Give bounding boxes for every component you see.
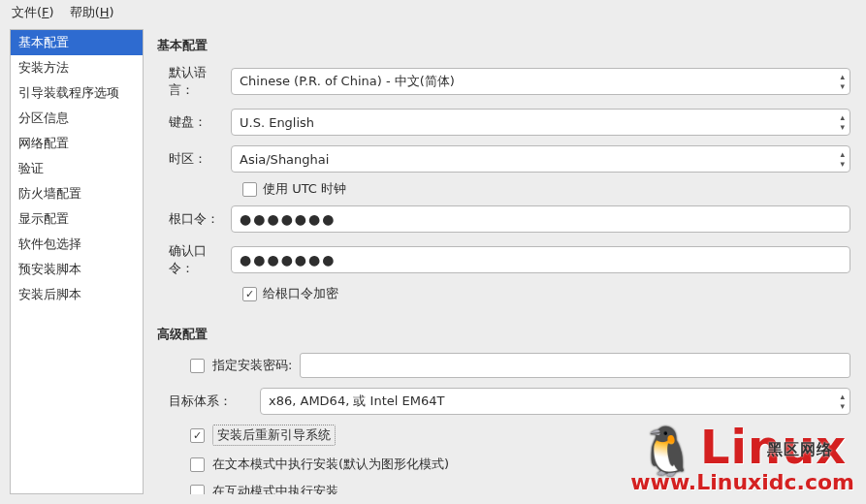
label-default-language: 默认语言： [157,64,231,99]
input-root-password[interactable]: ●●●●●●● [231,205,850,233]
checkbox-reboot-after-install[interactable] [190,428,205,443]
menu-help[interactable]: 帮助(H) [70,4,114,21]
checkbox-specify-install-password[interactable] [190,359,205,373]
menubar: 文件(F) 帮助(H) [0,0,866,29]
confirm-password-value: ●●●●●●● [240,252,337,268]
combo-default-language-value: Chinese (P.R. of China) - 中文(简体) [240,73,455,90]
sidebar-item[interactable]: 网络配置 [11,131,143,156]
label-encrypt-root-password: 给根口令加密 [263,285,338,302]
label-target-arch: 目标体系： [169,393,252,410]
label-utc: 使用 UTC 时钟 [263,180,346,198]
sidebar-item[interactable]: 安装后脚本 [11,282,143,307]
chevron-up-down-icon: ▴▾ [840,393,845,411]
combo-target-arch-value: x86, AMD64, 或 Intel EM64T [269,393,444,410]
sidebar: 基本配置安装方法引导装载程序选项分区信息网络配置验证防火墙配置显示配置软件包选择… [10,29,144,494]
label-specify-install-password: 指定安装密码: [212,357,292,374]
label-keyboard: 键盘： [157,113,231,131]
checkbox-encrypt-root-password[interactable] [242,287,257,301]
label-interactive-mode: 在互动模式中执行安装 [212,483,338,494]
label-text-mode: 在文本模式中执行安装(默认为图形化模式) [212,456,449,473]
label-confirm-password: 确认口令： [157,242,231,277]
sidebar-item[interactable]: 显示配置 [11,206,143,232]
sidebar-item[interactable]: 基本配置 [11,30,143,55]
combo-timezone[interactable]: Asia/Shanghai [231,145,850,173]
chevron-up-down-icon: ▴▾ [840,150,845,169]
sidebar-item[interactable]: 验证 [11,156,143,181]
root-password-value: ●●●●●●● [240,211,337,227]
combo-keyboard-value: U.S. English [240,115,314,130]
sidebar-item[interactable]: 安装方法 [11,55,143,80]
checkbox-interactive-mode[interactable] [190,485,205,495]
combo-target-arch[interactable]: x86, AMD64, 或 Intel EM64T [260,388,850,415]
label-timezone: 时区： [157,150,231,168]
menu-file[interactable]: 文件(F) [12,4,54,21]
chevron-up-down-icon: ▴▾ [840,113,845,132]
checkbox-text-mode[interactable] [190,457,205,472]
sidebar-item[interactable]: 防火墙配置 [11,181,143,206]
checkbox-utc[interactable] [242,182,257,197]
combo-keyboard[interactable]: U.S. English [231,109,850,136]
sidebar-item[interactable]: 引导装载程序选项 [11,80,143,106]
sidebar-item[interactable]: 软件包选择 [11,232,143,257]
main-panel: 基本配置 默认语言： Chinese (P.R. of China) - 中文(… [153,29,856,494]
chevron-up-down-icon: ▴▾ [840,73,845,91]
combo-default-language[interactable]: Chinese (P.R. of China) - 中文(简体) [231,68,850,95]
combo-timezone-value: Asia/Shanghai [240,152,329,167]
input-confirm-password[interactable]: ●●●●●●● [231,246,850,273]
label-reboot-after-install: 安装后重新引导系统 [212,425,336,446]
section-title-advanced: 高级配置 [157,326,850,343]
sidebar-item[interactable]: 分区信息 [11,106,143,131]
input-install-password[interactable] [300,353,850,378]
sidebar-item[interactable]: 预安装脚本 [11,257,143,282]
label-root-password: 根口令： [157,210,231,228]
section-title-basic: 基本配置 [157,37,850,54]
